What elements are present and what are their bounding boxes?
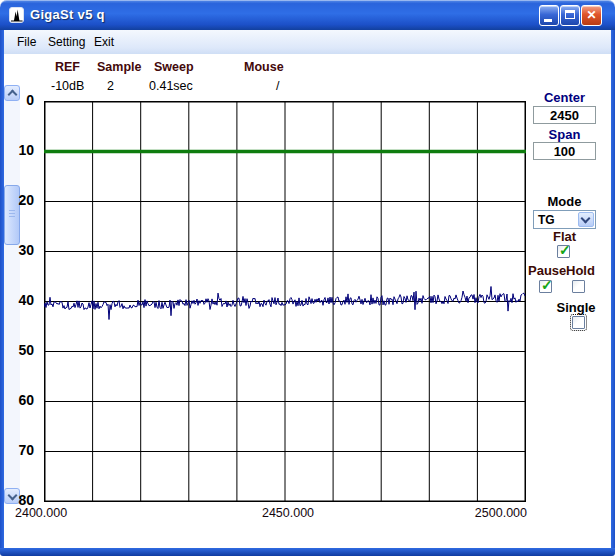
- span-input[interactable]: [533, 142, 596, 160]
- hold-checkbox[interactable]: ✓: [572, 280, 585, 293]
- y-tick-label: 60: [4, 392, 34, 408]
- app-window: GigaSt v5 q ✕ File Setting Exit REF Samp…: [0, 0, 615, 556]
- center-label: Center: [533, 90, 596, 105]
- pause-label: Pause: [528, 263, 566, 278]
- y-tick-label: 10: [4, 142, 34, 158]
- menu-item-file[interactable]: File: [17, 35, 36, 49]
- span-label: Span: [533, 127, 596, 142]
- menu-item-setting[interactable]: Setting: [48, 35, 85, 49]
- y-tick-label: 50: [4, 342, 34, 358]
- sample-value: 2: [107, 79, 114, 93]
- minimize-button[interactable]: [539, 5, 559, 26]
- y-tick-label: 0: [4, 92, 34, 108]
- mouse-label: Mouse: [244, 60, 284, 74]
- x-tick-start: 2400.000: [15, 506, 67, 520]
- maximize-button[interactable]: [560, 5, 580, 26]
- menu-item-exit[interactable]: Exit: [94, 35, 114, 49]
- app-icon: [9, 7, 25, 23]
- window-title: GigaSt v5 q: [30, 7, 105, 22]
- menu-bar: File Setting Exit: [4, 30, 611, 54]
- check-icon: ✓: [541, 277, 553, 293]
- mode-dropdown-button[interactable]: [578, 212, 594, 227]
- maximize-icon: [565, 10, 575, 19]
- sweep-label: Sweep: [154, 60, 194, 74]
- chevron-down-icon: [581, 214, 591, 224]
- x-tick-end: 2500.000: [475, 506, 527, 520]
- spectrum-plot-canvas: [44, 101, 526, 502]
- ref-value: -10dB: [51, 79, 84, 93]
- ref-label: REF: [55, 60, 80, 74]
- sweep-value: 0.41sec: [149, 79, 193, 93]
- close-button[interactable]: ✕: [581, 5, 602, 26]
- window-border-right: [611, 30, 615, 548]
- flat-checkbox[interactable]: ✓: [557, 245, 570, 258]
- mode-dropdown[interactable]: TG: [533, 210, 596, 229]
- x-tick-center: 2450.000: [262, 506, 314, 520]
- pause-checkbox[interactable]: ✓: [539, 280, 552, 293]
- sample-label: Sample: [97, 60, 141, 74]
- y-tick-label: 20: [4, 192, 34, 208]
- single-checkbox[interactable]: ✓: [572, 316, 585, 329]
- mode-label: Mode: [533, 194, 596, 209]
- minimize-icon: [544, 19, 552, 22]
- check-icon: ✓: [559, 242, 571, 258]
- title-bar[interactable]: GigaSt v5 q ✕: [0, 0, 615, 30]
- single-label: Single: [546, 300, 606, 315]
- mouse-value: /: [276, 79, 279, 93]
- close-icon: ✕: [586, 8, 596, 22]
- y-tick-label: 30: [4, 242, 34, 258]
- mode-selected-value: TG: [538, 213, 555, 227]
- center-input[interactable]: [533, 106, 596, 124]
- hold-label: Hold: [566, 263, 595, 278]
- spectrum-plot[interactable]: [44, 101, 526, 502]
- y-tick-label: 40: [4, 292, 34, 308]
- window-border-bottom: [0, 548, 615, 556]
- y-tick-label: 70: [4, 442, 34, 458]
